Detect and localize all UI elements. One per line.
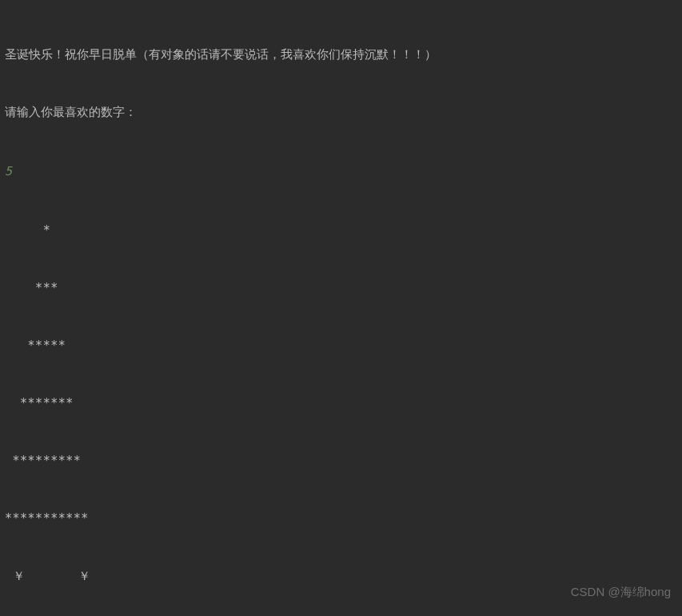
tree-line: *******: [5, 394, 677, 413]
tree-line: *********: [5, 451, 677, 470]
tree-line: ***: [5, 278, 677, 298]
watermark-text: CSDN @海绵hong: [571, 582, 671, 602]
greeting-text: 圣诞快乐！祝你早日脱单（有对象的话请不要说话，我喜欢你们保持沉默！！！）: [5, 45, 677, 64]
console-output: 圣诞快乐！祝你早日脱单（有对象的话请不要说话，我喜欢你们保持沉默！！！） 请输入…: [5, 6, 677, 616]
user-input-value: 5: [5, 162, 677, 181]
tree-line: *****: [5, 336, 677, 355]
input-prompt: 请输入你最喜欢的数字：: [5, 102, 677, 122]
tree-line: ***********: [5, 509, 677, 528]
tree-line: *: [5, 221, 677, 240]
